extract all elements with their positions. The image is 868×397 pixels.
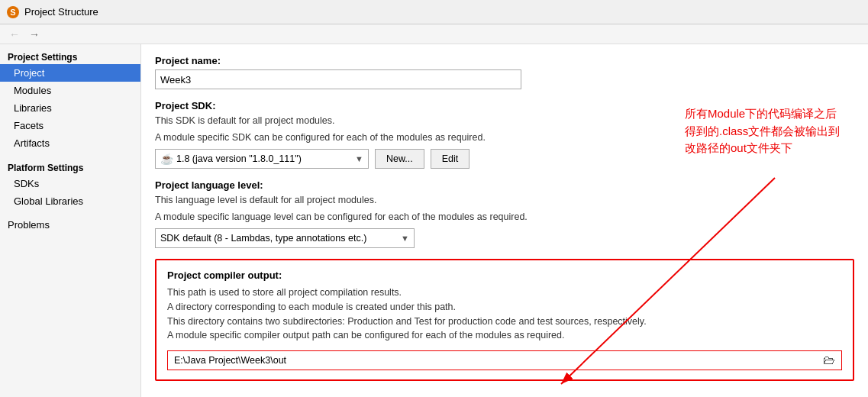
language-level-value: SDK default (8 - Lambdas, type annotatio… bbox=[160, 233, 366, 244]
sidebar-item-label: Facets bbox=[14, 120, 44, 131]
compiler-desc1: This path is used to store all project c… bbox=[167, 287, 402, 298]
sidebar-item-problems[interactable]: Problems bbox=[0, 216, 140, 234]
sdk-icon: ☕ bbox=[160, 153, 173, 165]
app-icon: S bbox=[6, 5, 20, 19]
folder-icon: 🗁 bbox=[823, 353, 835, 367]
compiler-output-section: Project compiler output: This path is us… bbox=[155, 259, 854, 381]
sdk-value: 1.8 (java version "1.8.0_111") bbox=[176, 153, 302, 164]
compiler-desc: This path is used to store all project c… bbox=[167, 286, 842, 343]
sidebar-item-label: Project bbox=[14, 67, 44, 79]
annotation-text: 所有Module下的代码编译之后得到的.class文件都会被输出到改路径的out… bbox=[685, 105, 845, 157]
compiler-desc4: A module specific compiler output path c… bbox=[167, 330, 564, 341]
lang-desc2: A module specific language level can be … bbox=[155, 211, 854, 224]
sidebar-item-label: Artifacts bbox=[14, 137, 50, 149]
sidebar-item-label: Modules bbox=[14, 85, 51, 96]
compiler-output-label: Project compiler output: bbox=[167, 270, 842, 281]
chevron-down-icon: ▼ bbox=[355, 154, 363, 163]
sidebar-item-modules[interactable]: Modules bbox=[0, 82, 140, 99]
compiler-desc2: A directory corresponding to each module… bbox=[167, 302, 456, 312]
sdk-edit-button[interactable]: Edit bbox=[431, 149, 470, 169]
project-name-input[interactable] bbox=[155, 69, 521, 89]
window-title: Project Structure bbox=[24, 6, 98, 18]
platform-settings-label: Platform Settings bbox=[0, 158, 140, 175]
sidebar-item-artifacts[interactable]: Artifacts bbox=[0, 134, 140, 152]
compiler-desc3: This directory contains two subdirectori… bbox=[167, 316, 647, 327]
language-level-dropdown[interactable]: SDK default (8 - Lambdas, type annotatio… bbox=[155, 228, 415, 248]
language-level-label: Project language level: bbox=[155, 179, 854, 191]
back-button[interactable]: ← bbox=[6, 28, 23, 40]
lang-desc1: This language level is default for all p… bbox=[155, 194, 854, 208]
sidebar-item-facets[interactable]: Facets bbox=[0, 117, 140, 134]
sdk-dropdown[interactable]: ☕ 1.8 (java version "1.8.0_111") ▼ bbox=[155, 149, 369, 169]
sidebar-item-sdks[interactable]: SDKs bbox=[0, 175, 140, 192]
svg-text:S: S bbox=[10, 8, 15, 17]
compiler-output-browse-button[interactable]: 🗁 bbox=[820, 352, 838, 369]
forward-button[interactable]: → bbox=[26, 28, 43, 40]
project-settings-label: Project Settings bbox=[0, 47, 140, 64]
problems-label: Problems bbox=[8, 219, 50, 231]
sidebar-item-label: SDKs bbox=[14, 178, 39, 189]
project-name-label: Project name: bbox=[155, 55, 854, 66]
sidebar-item-label: Libraries bbox=[14, 102, 52, 114]
chevron-down-icon: ▼ bbox=[401, 234, 409, 243]
project-name-section: Project name: bbox=[155, 55, 854, 89]
language-level-section: Project language level: This language le… bbox=[155, 179, 854, 248]
sidebar-item-project[interactable]: Project bbox=[0, 64, 140, 82]
sidebar-item-libraries[interactable]: Libraries bbox=[0, 99, 140, 117]
compiler-output-row: 🗁 bbox=[167, 350, 842, 370]
compiler-output-input[interactable] bbox=[171, 355, 820, 366]
sidebar-item-global-libraries[interactable]: Global Libraries bbox=[0, 192, 140, 210]
sdk-new-button[interactable]: New... bbox=[375, 149, 424, 169]
annotation-content: 所有Module下的代码编译之后得到的.class文件都会被输出到改路径的out… bbox=[685, 107, 840, 154]
sidebar-item-label: Global Libraries bbox=[14, 195, 83, 207]
